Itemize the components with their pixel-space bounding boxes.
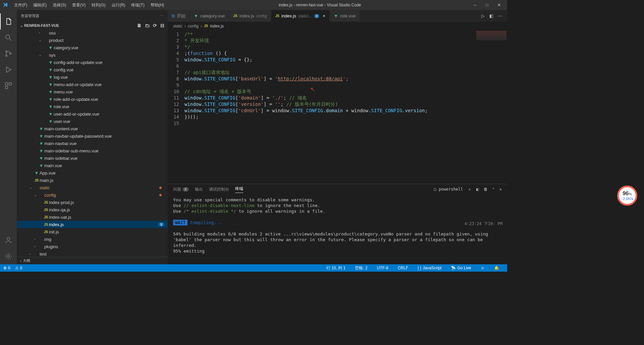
refresh-icon[interactable]: ⟳ — [153, 23, 157, 28]
menu-view[interactable]: 查看(V) — [69, 2, 88, 9]
tree-item-config.vue[interactable]: ▼config.vue — [17, 66, 168, 73]
menu-run[interactable]: 运行(R) — [109, 2, 128, 9]
new-file-icon[interactable]: 🗎 — [137, 23, 142, 28]
search-icon[interactable] — [0, 29, 17, 46]
tree-item-label: oss — [49, 30, 56, 36]
vue-icon: ▼ — [334, 13, 338, 18]
tree-item-main-navbar.vue[interactable]: ▼main-navbar.vue — [17, 140, 168, 147]
status-feedback-icon[interactable]: ☺ — [481, 265, 485, 271]
collapse-icon[interactable]: ⊟ — [160, 23, 164, 28]
account-icon[interactable] — [0, 232, 17, 248]
tree-item-index-qa.js[interactable]: JSindex-qa.js — [17, 206, 168, 213]
menu-help[interactable]: 帮助(H) — [148, 2, 167, 9]
minimap[interactable] — [476, 31, 506, 40]
tree-item-label: main.js — [40, 178, 53, 183]
new-terminal-icon[interactable]: ＋ — [468, 187, 472, 192]
tree-item-label: index-prod.js — [49, 200, 74, 205]
tree-item-test[interactable]: ›test — [17, 250, 168, 257]
editor-tab-开始[interactable]: ⧉开始 — [168, 10, 190, 22]
tree-item-menu-add-or-update.vue[interactable]: ▼menu-add-or-update.vue — [17, 81, 168, 88]
tree-item-main-sidebar-sub-menu.vue[interactable]: ▼main-sidebar-sub-menu.vue — [17, 147, 168, 154]
tree-item-App.vue[interactable]: ▼App.vue — [17, 169, 168, 177]
tree-item-index-uat.js[interactable]: JSindex-uat.js — [17, 213, 168, 221]
menu-selection[interactable]: 选择(S) — [50, 2, 69, 9]
menu-edit[interactable]: 编辑(E) — [31, 2, 49, 9]
tree-item-main-sidebar.vue[interactable]: ▼main-sidebar.vue — [17, 154, 168, 162]
tree-item-img[interactable]: ›img — [17, 235, 168, 243]
split-terminal-icon[interactable]: ◧ — [476, 187, 479, 192]
tree-item-main-navbar-update-password.vue[interactable]: ▼main-navbar-update-password.vue — [17, 132, 168, 140]
terminal-output[interactable]: You may use special comments to disable … — [168, 194, 507, 264]
tree-item-index-prod.js[interactable]: JSindex-prod.js — [17, 199, 168, 206]
maximize-icon[interactable]: □ — [485, 3, 489, 7]
editor-tab-role.vue[interactable]: ▼role.vue — [330, 10, 360, 22]
explorer-icon[interactable] — [0, 13, 17, 29]
tree-item-main.js[interactable]: JSmain.js — [17, 177, 168, 184]
status-errors[interactable]: ⊗0 — [3, 266, 10, 270]
tree-item-config-add-or-update.vue[interactable]: ▼config-add-or-update.vue — [17, 59, 168, 66]
status-bell-icon[interactable]: 🔔 — [494, 265, 499, 271]
tree-item-label: plugins — [44, 244, 58, 249]
tree-item-role.vue[interactable]: ▼role.vue — [17, 103, 168, 110]
extensions-icon[interactable] — [0, 78, 17, 94]
source-control-icon[interactable] — [0, 46, 17, 62]
editor-tab-index.js[interactable]: JSindex.js config — [229, 10, 271, 22]
js-icon: JS — [34, 179, 40, 182]
project-header[interactable]: ⌄ RENREN-FAST-VUE 🗎 🗀 ⟳ ⊟ — [17, 22, 168, 29]
status-encoding[interactable]: UTF-8 — [377, 265, 388, 271]
kill-terminal-icon[interactable]: 🗑 — [484, 187, 488, 192]
maximize-panel-icon[interactable]: ⌃ — [492, 187, 495, 192]
tab-close-icon[interactable]: × — [323, 13, 325, 18]
tree-item-product[interactable]: ⌄product — [17, 37, 168, 44]
tab-terminal[interactable]: 终端 — [235, 186, 243, 193]
tree-item-main-content.vue[interactable]: ▼main-content.vue — [17, 125, 168, 132]
tree-item-init.js[interactable]: JSinit.js — [17, 228, 168, 235]
status-go-live[interactable]: 📡 Go Live — [451, 265, 471, 271]
menu-go[interactable]: 转到(G) — [89, 2, 108, 9]
settings-gear-icon[interactable] — [0, 248, 17, 264]
tree-item-main.vue[interactable]: ▼main.vue — [17, 162, 168, 169]
editor-tab-category.vue[interactable]: ▼category.vue — [190, 10, 229, 22]
status-language[interactable]: { } JavaScript — [418, 265, 441, 271]
tree-item-sys[interactable]: ⌄sys — [17, 51, 168, 59]
split-editor-icon[interactable]: ◧ — [489, 13, 493, 18]
tab-more-icon[interactable]: ⋯ — [498, 13, 502, 18]
file-tree[interactable]: ›oss⌄product▼category.vue⌄sys▼config-add… — [17, 29, 168, 257]
tree-item-static[interactable]: ⌄static — [17, 184, 168, 191]
outline-section[interactable]: › 大纲 — [17, 257, 168, 264]
more-icon[interactable]: ⋯ — [160, 14, 164, 18]
menu-file[interactable]: 文件(F) — [11, 2, 30, 9]
close-panel-icon[interactable]: ✕ — [499, 187, 502, 192]
tree-item-category.vue[interactable]: ▼category.vue — [17, 44, 168, 51]
tab-output[interactable]: 输出 — [195, 187, 203, 192]
tree-item-index.js[interactable]: JSindex.js8 — [17, 221, 168, 228]
tree-item-config[interactable]: ⌄config — [17, 191, 168, 199]
vscode-icon: ⧉ — [172, 13, 175, 19]
tree-item-oss[interactable]: ›oss — [17, 29, 168, 37]
new-folder-icon[interactable]: 🗀 — [145, 23, 150, 28]
tab-problems[interactable]: 问题8 — [173, 187, 189, 192]
tree-item-log.vue[interactable]: ▼log.vue — [17, 73, 168, 81]
menu-terminal[interactable]: 终端(T) — [128, 2, 147, 9]
editor-tab-index.js[interactable]: JSindex.js static\... 8 × — [271, 10, 330, 22]
tab-debug-console[interactable]: 调试控制台 — [209, 187, 229, 192]
terminal-shell-label[interactable]: ▢ powershell — [434, 187, 463, 192]
tree-item-menu.vue[interactable]: ▼menu.vue — [17, 88, 168, 95]
run-debug-icon[interactable] — [0, 62, 17, 78]
close-icon[interactable]: ✕ — [497, 3, 501, 7]
js-icon: JS — [275, 14, 279, 18]
breadcrumbs[interactable]: static› config› JS index.js — [168, 22, 507, 30]
status-eol[interactable]: CRLF — [398, 265, 408, 271]
editor-tabs: ⧉开始▼category.vueJSindex.js configJSindex… — [168, 10, 507, 22]
status-indent[interactable]: 空格: 2 — [355, 265, 367, 271]
tree-item-user.vue[interactable]: ▼user.vue — [17, 118, 168, 125]
run-icon[interactable]: ▷ — [481, 13, 485, 18]
tree-item-user-add-or-update.vue[interactable]: ▼user-add-or-update.vue — [17, 110, 168, 118]
svg-point-2 — [6, 51, 7, 53]
tree-item-plugins[interactable]: ›plugins — [17, 243, 168, 250]
tree-item-role-add-or-update.vue[interactable]: ▼role-add-or-update.vue — [17, 95, 168, 103]
status-warnings[interactable]: ⚠0 — [15, 266, 22, 270]
code-editor[interactable]: 123456789101112131415 /** * 开发环境 */ ;(fu… — [168, 30, 507, 184]
status-cursor-pos[interactable]: 行 15, 列 1 — [326, 265, 345, 271]
minimize-icon[interactable]: ─ — [473, 3, 477, 7]
